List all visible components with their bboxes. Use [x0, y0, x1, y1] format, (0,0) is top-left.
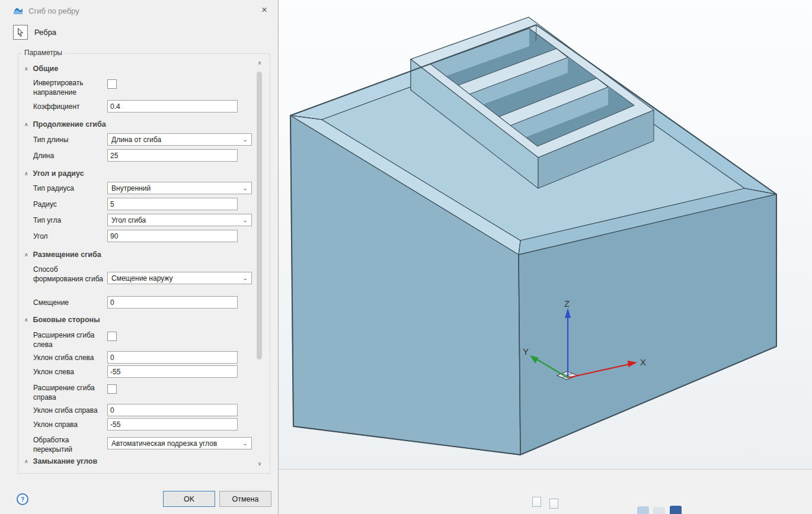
chevron-down-icon: ⌄	[243, 185, 248, 191]
close-icon[interactable]: ×	[258, 4, 270, 16]
section-header-placement[interactable]: ∧ Размещение сгиба	[24, 250, 101, 259]
collapse-chevron-icon: ∧	[24, 252, 28, 258]
dialog-footer: ? OK Отмена	[0, 477, 279, 514]
document-icon[interactable]	[532, 497, 541, 507]
length-type-combo[interactable]: Длина от сгиба ⌄	[107, 133, 252, 146]
param-row: Расширения сгиба слева	[33, 329, 117, 349]
param-row: Длина	[33, 149, 238, 162]
section-header-sides[interactable]: ∧ Боковые стороны	[24, 315, 100, 324]
chevron-down-icon: ⌄	[243, 275, 248, 281]
param-row: Уклон слева	[33, 365, 238, 378]
bend-slope-left-input[interactable]	[107, 351, 238, 364]
section-header-general[interactable]: ∧ Общие	[24, 64, 58, 73]
param-row: Угол	[33, 230, 238, 242]
radius-input[interactable]	[107, 198, 238, 210]
chevron-down-icon: ⌄	[243, 136, 248, 143]
param-row: Тип длины Длина от сгиба ⌄	[33, 133, 252, 146]
collapse-chevron-icon: ∧	[24, 66, 28, 72]
scroll-down-icon[interactable]: ∨	[255, 461, 264, 468]
param-row: Расширение сгиба справа	[33, 381, 117, 402]
radius-type-combo[interactable]: Внутренний ⌄	[107, 182, 252, 194]
cancel-button[interactable]: Отмена	[219, 491, 271, 507]
scrollbar-thumb[interactable]	[257, 72, 262, 359]
status-bar	[279, 469, 812, 514]
param-row: Коэффициент	[33, 100, 238, 113]
sheet-metal-model: Z X Y	[279, 0, 812, 469]
angle-input[interactable]	[107, 230, 238, 242]
scrollbar[interactable]: ∧ ∨	[255, 60, 264, 468]
param-row: Уклон сгиба слева	[33, 351, 238, 364]
help-button[interactable]: ?	[17, 493, 28, 505]
overlap-handling-combo[interactable]: Автоматическая подрезка углов ⌄	[107, 437, 252, 449]
chevron-down-icon: ⌄	[243, 217, 248, 223]
edge-selector-row: Ребра	[13, 25, 56, 40]
select-edges-button[interactable]	[13, 25, 28, 40]
z-axis-label: Z	[564, 298, 570, 309]
bend-by-edge-dialog: Сгиб по ребру × Ребра Параметры ∧ Общие …	[0, 0, 279, 514]
edges-label: Ребра	[34, 28, 56, 37]
x-axis-label: X	[640, 357, 646, 367]
cursor-arrow-icon	[16, 28, 25, 37]
param-row: Тип радиуса Внутренний ⌄	[33, 182, 252, 194]
document-icon[interactable]	[549, 499, 558, 509]
collapse-chevron-icon: ∧	[24, 121, 28, 127]
param-row: Смещение	[33, 296, 238, 309]
invert-direction-checkbox[interactable]	[107, 79, 117, 89]
collapse-chevron-icon: ∧	[24, 171, 28, 176]
taskbar-icon[interactable]	[653, 507, 665, 514]
section-header-continuation[interactable]: ∧ Продолжение сгиба	[24, 120, 106, 128]
extend-bend-left-checkbox[interactable]	[107, 332, 117, 341]
ok-button[interactable]: OK	[163, 491, 215, 507]
3d-viewport[interactable]: Z X Y	[279, 0, 812, 514]
forming-method-combo[interactable]: Смещение наружу ⌄	[107, 272, 252, 284]
bend-slope-right-input[interactable]	[107, 404, 238, 416]
chevron-down-icon: ⌄	[243, 440, 248, 446]
param-row: Радиус	[33, 198, 238, 210]
parameters-group: Параметры ∧ Общие Инвертировать направле…	[18, 53, 270, 474]
section-header-angle-radius[interactable]: ∧ Угол и радиус	[24, 169, 84, 178]
dialog-title: Сгиб по ребру	[28, 7, 79, 15]
slope-left-input[interactable]	[107, 365, 238, 378]
extend-bend-right-checkbox[interactable]	[107, 384, 117, 394]
collapse-chevron-icon: ∧	[24, 317, 28, 323]
parameters-legend: Параметры	[22, 49, 65, 57]
param-row: Уклон сгиба справа	[33, 404, 238, 416]
section-header-corner-closing[interactable]: ∧ Замыкание углов	[24, 457, 97, 465]
scroll-up-icon[interactable]: ∧	[255, 60, 264, 68]
offset-input[interactable]	[107, 296, 238, 309]
param-row: Обработка перекрытий Автоматическая подр…	[33, 433, 252, 454]
param-row: Инвертировать направление	[33, 76, 117, 97]
taskbar-icon[interactable]	[670, 506, 682, 514]
taskbar-icon[interactable]	[637, 506, 649, 514]
collapse-chevron-icon: ∧	[24, 458, 28, 464]
y-axis-label: Y	[523, 346, 529, 356]
application-window: Z X Y Сгиб по ребру ×	[0, 0, 812, 514]
app-icon	[13, 6, 23, 16]
dialog-titlebar: Сгиб по ребру ×	[0, 0, 278, 21]
param-row: Способ формирования сгиба Смещение наруж…	[33, 263, 252, 284]
param-row: Уклон справа	[33, 418, 238, 431]
coefficient-input[interactable]	[107, 100, 238, 113]
slope-right-input[interactable]	[107, 418, 238, 431]
length-input[interactable]	[107, 149, 238, 162]
angle-type-combo[interactable]: Угол сгиба ⌄	[107, 214, 252, 226]
param-row: Тип угла Угол сгиба ⌄	[33, 214, 252, 226]
